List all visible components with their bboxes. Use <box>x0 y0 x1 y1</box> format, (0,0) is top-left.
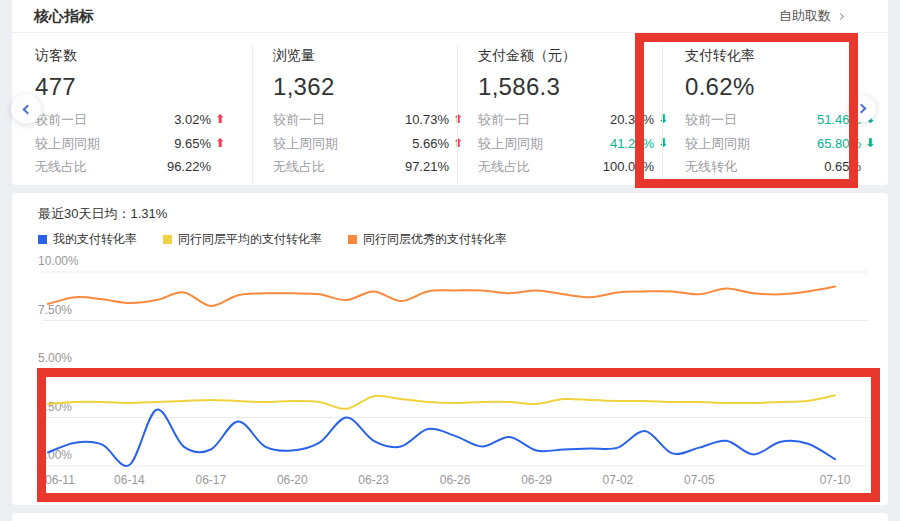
metric-rows: 较前一日 3.02% ⬆ 较上周同期 9.65% ⬆ 无线占比 96.22% <box>35 108 252 179</box>
core-metrics-panel: 核心指标 自助取数 访客数 477 较前一日 3.02% ⬆ 较上周同期 <box>12 0 888 185</box>
carousel-next-button[interactable] <box>849 95 876 122</box>
y-axis-tick-label: 7.50% <box>38 303 72 317</box>
metric-row: 较前一日 20.30% ⬇ <box>478 108 668 132</box>
line-series-1[interactable] <box>48 395 835 409</box>
row-label: 较前一日 <box>273 108 405 132</box>
legend-swatch-yellow <box>163 235 172 244</box>
row-value: 9.65% <box>174 132 211 156</box>
trend-down-icon: ⬇ <box>861 132 875 156</box>
row-value: 100.00% <box>603 155 654 179</box>
core-metrics-header: 核心指标 自助取数 <box>12 0 888 33</box>
x-axis-tick-label: 07-02 <box>603 473 634 487</box>
legend-swatch-orange <box>348 235 357 244</box>
row-label: 无线占比 <box>273 155 405 179</box>
row-label: 较前一日 <box>478 108 610 132</box>
row-label: 较上周同期 <box>35 132 174 156</box>
x-axis-tick-label: 06-26 <box>440 473 471 487</box>
legend-label: 同行同层优秀的支付转化率 <box>363 231 507 248</box>
metric-rows: 较前一日 10.73% ⬆ 较上周同期 5.66% ⬆ 无线占比 97.21% <box>273 108 457 179</box>
trend-up-icon: ⬆ <box>211 132 225 156</box>
chart-title: 最近30天日均：1.31% <box>38 205 167 223</box>
page-title: 核心指标 <box>34 7 94 26</box>
row-label: 较上周同期 <box>685 132 817 156</box>
y-axis-tick-label: 5.00% <box>38 351 72 365</box>
metric-card-visitors[interactable]: 访客数 477 较前一日 3.02% ⬆ 较上周同期 9.65% ⬆ 无线占比 <box>35 45 252 185</box>
self-service-data-label: 自助取数 <box>779 7 831 25</box>
y-axis-tick-label: 10.00% <box>38 254 79 268</box>
metric-value: 1,586.3 <box>478 73 662 101</box>
metric-row: 较上周同期 9.65% ⬆ <box>35 132 225 156</box>
row-value: 0.65% <box>824 155 861 179</box>
next-section-panel <box>12 513 888 521</box>
metric-card-pageviews[interactable]: 浏览量 1,362 较前一日 10.73% ⬆ 较上周同期 5.66% ⬆ 无线… <box>252 45 457 185</box>
metric-title: 支付转化率 <box>685 47 888 65</box>
legend-item-my-rate[interactable]: 我的支付转化率 <box>38 231 137 248</box>
metric-row: 较上周同期 5.66% ⬆ <box>273 132 463 156</box>
metric-row: 无线占比 96.22% <box>35 155 225 179</box>
metric-row: 无线占比 97.21% <box>273 155 463 179</box>
x-axis-tick-label: 06-29 <box>521 473 552 487</box>
carousel-prev-button[interactable] <box>11 94 41 124</box>
x-axis-tick-label: 06-11 <box>45 473 75 487</box>
metric-row: 无线占比 100.00% <box>478 155 668 179</box>
row-value: 96.22% <box>167 155 211 179</box>
chevron-left-icon <box>23 104 33 114</box>
metric-card-payment-amount[interactable]: 支付金额（元） 1,586.3 较前一日 20.30% ⬇ 较上周同期 41.2… <box>457 45 662 185</box>
row-label: 较前一日 <box>685 108 817 132</box>
metric-row: 较前一日 51.46% ⬇ <box>685 108 875 132</box>
trend-up-icon: ⬆ <box>211 108 225 132</box>
conversion-line-chart: 0.00%2.50%5.00%7.50%10.00%06-1106-1406-1… <box>12 250 888 500</box>
row-label: 无线占比 <box>35 155 167 179</box>
row-value: 5.66% <box>412 132 449 156</box>
metric-rows: 较前一日 20.30% ⬇ 较上周同期 41.21% ⬇ 无线占比 100.00… <box>478 108 662 179</box>
metric-row: 无线转化 0.65% <box>685 155 875 179</box>
row-value: 65.80% <box>817 132 861 156</box>
line-series-2[interactable] <box>48 287 835 307</box>
x-axis-tick-label: 07-10 <box>820 473 851 487</box>
x-axis-tick-label: 06-14 <box>114 473 145 487</box>
chart-legend: 我的支付转化率 同行同层平均的支付转化率 同行同层优秀的支付转化率 <box>38 231 507 248</box>
chevron-right-icon <box>856 104 866 114</box>
metric-title: 支付金额（元） <box>478 47 662 65</box>
row-label: 无线占比 <box>478 155 603 179</box>
row-value: 41.21% <box>610 132 654 156</box>
x-axis-tick-label: 06-20 <box>277 473 308 487</box>
legend-swatch-blue <box>38 235 47 244</box>
x-axis-tick-label: 06-23 <box>358 473 389 487</box>
x-axis-tick-label: 06-17 <box>195 473 226 487</box>
row-label: 无线转化 <box>685 155 824 179</box>
legend-label: 我的支付转化率 <box>53 231 137 248</box>
metric-cards-row: 访客数 477 较前一日 3.02% ⬆ 较上周同期 9.65% ⬆ 无线占比 <box>12 45 888 185</box>
conversion-trend-panel: 最近30天日均：1.31% 我的支付转化率 同行同层平均的支付转化率 同行同层优… <box>12 193 888 505</box>
metric-title: 访客数 <box>35 47 252 65</box>
dashboard-page: 核心指标 自助取数 访客数 477 较前一日 3.02% ⬆ 较上周同期 <box>0 0 900 521</box>
metric-value: 477 <box>35 73 252 101</box>
row-value: 20.30% <box>610 108 654 132</box>
legend-label: 同行同层平均的支付转化率 <box>178 231 322 248</box>
metric-row: 较前一日 10.73% ⬆ <box>273 108 463 132</box>
row-label: 较上周同期 <box>478 132 610 156</box>
self-service-data-link[interactable]: 自助取数 <box>779 7 866 25</box>
chevron-right-icon <box>837 12 844 19</box>
row-label: 较前一日 <box>35 108 174 132</box>
metric-value: 1,362 <box>273 73 457 101</box>
metric-row: 较上周同期 41.21% ⬇ <box>478 132 668 156</box>
row-value: 10.73% <box>405 108 449 132</box>
legend-item-peer-excellent[interactable]: 同行同层优秀的支付转化率 <box>348 231 507 248</box>
metric-title: 浏览量 <box>273 47 457 65</box>
x-axis-tick-label: 07-05 <box>684 473 715 487</box>
legend-item-peer-average[interactable]: 同行同层平均的支付转化率 <box>163 231 322 248</box>
row-value: 3.02% <box>174 108 211 132</box>
metric-row: 较上周同期 65.80% ⬇ <box>685 132 875 156</box>
row-label: 较上周同期 <box>273 132 412 156</box>
metric-row: 较前一日 3.02% ⬆ <box>35 108 225 132</box>
row-value: 97.21% <box>405 155 449 179</box>
